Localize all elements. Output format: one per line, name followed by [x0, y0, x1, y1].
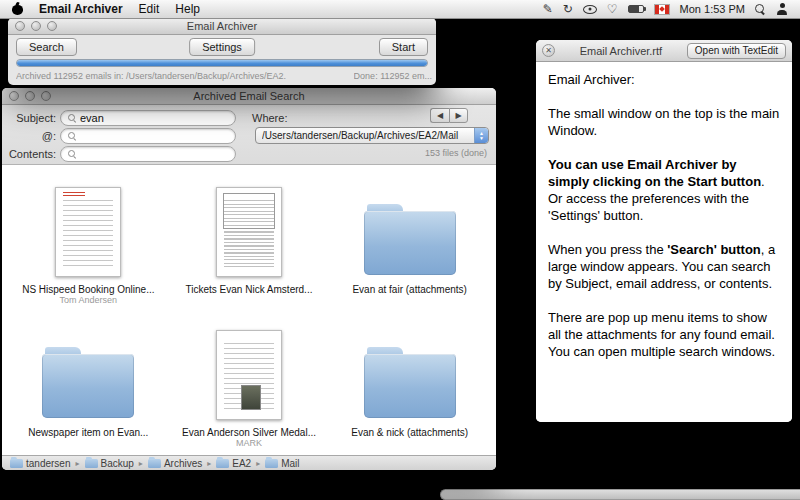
item-label: Evan & nick (attachments)	[351, 427, 468, 438]
menu-bar: Email Archiver Edit Help ✎ ↻ ♡ Mon 1:53 …	[0, 0, 800, 19]
item-subtitle: Tom Andersen	[60, 295, 118, 306]
menu-app[interactable]: Email Archiver	[39, 2, 123, 16]
folder-icon	[148, 459, 161, 468]
start-button[interactable]: Start	[379, 38, 428, 56]
spotlight-icon[interactable]	[755, 4, 766, 15]
forward-button[interactable]: ▶	[449, 108, 468, 123]
menu-help[interactable]: Help	[175, 2, 200, 16]
search-button[interactable]: Search	[16, 38, 77, 56]
search-icon	[68, 150, 76, 158]
subject-input[interactable]	[80, 112, 228, 124]
window-controls[interactable]	[15, 21, 57, 31]
minimize-button[interactable]	[31, 21, 41, 31]
path-separator-icon: ▸	[139, 459, 143, 468]
item-label: Evan at fair (attachments)	[352, 284, 467, 295]
document-thumbnail	[216, 330, 282, 420]
apple-menu-icon[interactable]	[12, 3, 23, 15]
address-label: @:	[4, 130, 56, 142]
path-item[interactable]: tandersen	[10, 458, 70, 469]
item-label: Newspaper item on Evan...	[28, 427, 148, 438]
pencil-icon[interactable]: ✎	[543, 3, 553, 15]
paragraph: Email Archiver:	[548, 71, 780, 88]
minimize-button[interactable]	[25, 91, 35, 101]
horizontal-scrollbar[interactable]	[440, 489, 800, 500]
progress-bar	[16, 59, 428, 67]
path-item[interactable]: Archives	[148, 458, 202, 469]
address-search-field[interactable]	[60, 128, 236, 144]
eye-icon[interactable]	[583, 5, 597, 14]
grid-item[interactable]: Tickets Evan Nick Amsterd...	[169, 167, 330, 310]
history-nav: ◀ ▶	[430, 108, 468, 123]
close-button[interactable]	[9, 91, 19, 101]
window-controls[interactable]	[9, 91, 51, 101]
window-title: Archived Email Search	[193, 90, 304, 102]
search-window-titlebar[interactable]: Archived Email Search	[2, 88, 496, 105]
path-label: Archives	[164, 458, 202, 469]
folder-icon	[10, 459, 23, 468]
progress-fill	[17, 60, 427, 66]
main-window: Email Archiver Search Settings Start Arc…	[8, 18, 436, 85]
status-bar: Archived 112952 emails in: /Users/tander…	[16, 71, 432, 81]
path-label: Backup	[101, 458, 134, 469]
where-popup[interactable]: /Users/tandersen/Backup/Archives/EA2/Mai…	[255, 127, 489, 144]
contents-search-field[interactable]	[60, 146, 236, 162]
open-with-textedit-button[interactable]: Open with TextEdit	[687, 43, 786, 59]
document-thumbnail	[216, 187, 282, 277]
window-title: Email Archiver	[187, 20, 257, 32]
subject-search-field[interactable]	[60, 110, 236, 126]
paragraph: There are pop up menu items to show all …	[548, 309, 780, 360]
paragraph	[548, 139, 780, 156]
item-subtitle: MARK	[236, 438, 262, 449]
address-input[interactable]	[80, 130, 228, 142]
status-archived-text: Archived 112952 emails in: /Users/tander…	[16, 71, 286, 81]
grid-item[interactable]: Evan at fair (attachments)	[329, 167, 490, 310]
path-label: EA2	[232, 458, 251, 469]
grid-item[interactable]: Evan Anderson Silver Medal...MARK	[169, 310, 330, 453]
popup-arrows-icon: ▲ ▼	[474, 128, 488, 143]
paragraph	[548, 88, 780, 105]
grid-item[interactable]: NS Hispeed Booking Online...Tom Andersen	[8, 167, 169, 310]
folder-icon	[85, 459, 98, 468]
close-icon[interactable]: ✕	[542, 44, 555, 57]
canada-flag-icon[interactable]	[654, 4, 670, 15]
grid-item[interactable]: Evan & nick (attachments)	[329, 310, 490, 453]
paragraph	[548, 224, 780, 241]
close-button[interactable]	[15, 21, 25, 31]
where-value: /Users/tandersen/Backup/Archives/EA2/Mai…	[262, 130, 474, 141]
path-separator-icon: ▸	[75, 459, 79, 468]
item-label: Evan Anderson Silver Medal...	[182, 427, 316, 438]
sync-icon[interactable]: ↻	[563, 3, 573, 15]
paragraph: The small window on the top is the main …	[548, 105, 780, 139]
preview-titlebar[interactable]: ✕ Email Archiver.rtf Open with TextEdit	[536, 40, 792, 62]
menu-edit[interactable]: Edit	[139, 2, 160, 16]
subject-label: Subject:	[4, 112, 56, 124]
path-separator-icon: ▸	[207, 459, 211, 468]
main-window-titlebar[interactable]: Email Archiver	[8, 18, 436, 35]
menu-clock[interactable]: Mon 1:53 PM	[680, 3, 745, 15]
user-icon[interactable]	[776, 3, 788, 15]
path-item[interactable]: Backup	[85, 458, 134, 469]
item-label: NS Hispeed Booking Online...	[22, 284, 154, 295]
grid-item[interactable]: Newspaper item on Evan...	[8, 310, 169, 453]
settings-button[interactable]: Settings	[189, 38, 255, 56]
path-separator-icon: ▸	[256, 459, 260, 468]
folder-icon	[265, 459, 278, 468]
zoom-button[interactable]	[41, 91, 51, 101]
where-label: Where:	[252, 112, 296, 124]
zoom-button[interactable]	[47, 21, 57, 31]
paragraph: When you press the 'Search' button, a la…	[548, 241, 780, 292]
search-window: Archived Email Search Subject: @: Conten…	[2, 88, 496, 470]
preview-window: ✕ Email Archiver.rtf Open with TextEdit …	[536, 40, 792, 422]
battery-icon[interactable]	[628, 5, 644, 13]
icon-grid: NS Hispeed Booking Online...Tom Andersen…	[2, 165, 496, 455]
item-label: Tickets Evan Nick Amsterd...	[186, 284, 313, 295]
search-icon	[68, 114, 76, 122]
document-thumbnail	[55, 187, 121, 277]
path-item[interactable]: Mail	[265, 458, 299, 469]
back-button[interactable]: ◀	[430, 108, 449, 123]
path-item[interactable]: EA2	[216, 458, 251, 469]
path-label: Mail	[281, 458, 299, 469]
contents-input[interactable]	[80, 148, 228, 160]
folder-icon	[364, 211, 456, 275]
heart-icon[interactable]: ♡	[607, 3, 618, 15]
